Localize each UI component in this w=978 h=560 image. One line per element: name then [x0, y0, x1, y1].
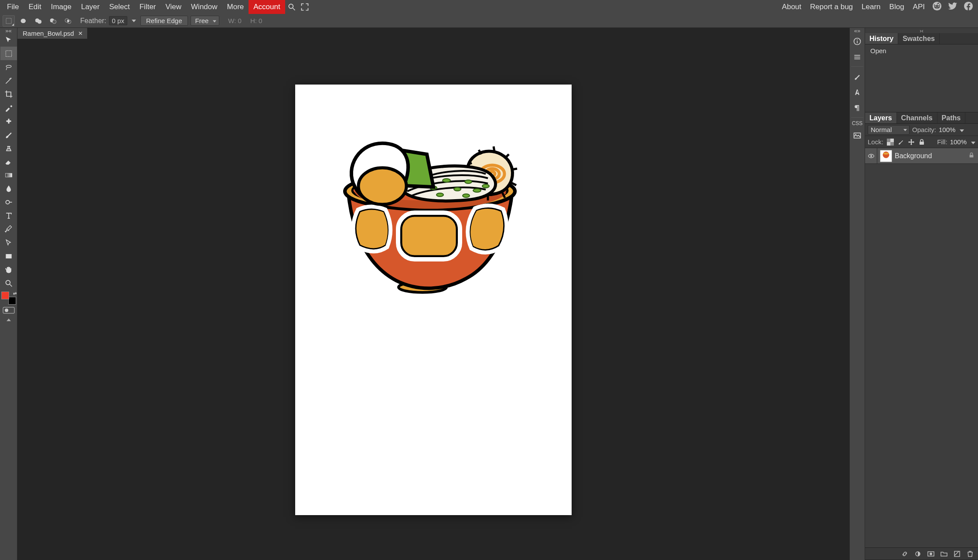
toolbox-collapse-handle[interactable]: »« [0, 28, 17, 33]
workspace[interactable] [17, 39, 849, 560]
add-mask-icon[interactable] [927, 550, 935, 558]
feather-caret-icon[interactable] [130, 16, 138, 26]
link-about[interactable]: About [779, 0, 804, 14]
path-select-tool[interactable] [0, 236, 17, 249]
brushes-panel-icon[interactable] [850, 69, 864, 84]
blend-mode-select[interactable]: Normal [868, 125, 910, 135]
refine-edge-button[interactable]: Refine Edge [140, 16, 188, 26]
paragraph-panel-icon[interactable] [850, 101, 864, 115]
fill-caret-icon[interactable] [969, 138, 975, 146]
facebook-icon[interactable] [962, 0, 975, 12]
menu-layer[interactable]: Layer [76, 0, 105, 14]
tab-layers[interactable]: Layers [865, 112, 897, 123]
layout-panel-icon[interactable] [850, 50, 864, 64]
eraser-tool[interactable] [0, 155, 17, 168]
lock-all-icon[interactable] [917, 138, 926, 146]
crop-tool[interactable] [0, 87, 17, 101]
hand-tool[interactable] [0, 263, 17, 276]
toolbox-expand-icon[interactable] [3, 317, 15, 323]
lock-transparency-icon[interactable] [886, 138, 895, 146]
rect-select-tool[interactable] [0, 47, 17, 60]
brush-tool[interactable] [0, 128, 17, 141]
menu-file[interactable]: File [2, 0, 24, 14]
tab-channels[interactable]: Channels [897, 112, 937, 123]
menu-edit[interactable]: Edit [24, 0, 46, 14]
lock-position-icon[interactable] [907, 138, 916, 146]
rightstrip-collapse-handle[interactable]: «» [850, 28, 865, 33]
magic-wand-tool[interactable] [0, 74, 17, 87]
menu-window[interactable]: Window [186, 0, 222, 14]
background-color[interactable] [8, 297, 16, 305]
eyedropper-tool[interactable] [0, 101, 17, 114]
fullscreen-icon[interactable] [298, 0, 311, 14]
right-panels: ›‹ History Swatches Open Layers Channels… [865, 28, 978, 560]
twitter-icon[interactable] [947, 0, 959, 12]
layer-row[interactable]: Background [865, 148, 978, 164]
close-tab-icon[interactable]: × [78, 30, 83, 37]
move-tool[interactable] [0, 33, 17, 47]
link-blog[interactable]: Blog [887, 0, 907, 14]
dodge-tool[interactable] [0, 195, 17, 209]
fill-value[interactable]: 100% [950, 138, 967, 146]
tab-history[interactable]: History [865, 33, 898, 44]
link-api[interactable]: API [910, 0, 927, 14]
opacity-caret-icon[interactable] [958, 126, 964, 133]
zoom-tool[interactable] [0, 276, 17, 290]
lock-icons-group [886, 138, 926, 146]
selection-new-icon[interactable] [17, 15, 30, 27]
search-icon[interactable] [285, 0, 298, 14]
pen-tool[interactable] [0, 222, 17, 236]
blur-tool[interactable] [0, 182, 17, 195]
opacity-value[interactable]: 100% [939, 126, 955, 133]
history-item[interactable]: Open [869, 46, 975, 55]
shape-tool[interactable] [0, 249, 17, 263]
feather-value[interactable]: 0 px [109, 16, 127, 25]
lasso-tool[interactable] [0, 60, 17, 74]
current-tool-indicator[interactable] [3, 15, 15, 27]
info-panel-icon[interactable] [850, 34, 864, 49]
layer-visibility-toggle[interactable] [865, 148, 877, 163]
link-learn[interactable]: Learn [859, 0, 883, 14]
thumbnail-panel-icon[interactable] [850, 128, 864, 143]
selection-add-icon[interactable] [32, 15, 44, 27]
quick-mask-toggle[interactable] [2, 306, 16, 314]
css-panel-button[interactable]: CSS [852, 119, 863, 127]
height-label: H: 0 [244, 17, 262, 24]
lock-pixels-icon[interactable] [896, 138, 905, 146]
link-layers-icon[interactable] [900, 550, 909, 558]
svg-point-36 [465, 180, 472, 183]
tool-options-bar: Feather: 0 px Refine Edge Free W: 0 H: 0 [0, 14, 978, 28]
character-panel-icon[interactable] [850, 85, 864, 100]
menu-view[interactable]: View [161, 0, 187, 14]
new-layer-icon[interactable] [953, 550, 961, 558]
tab-paths[interactable]: Paths [937, 112, 966, 123]
canvas[interactable] [295, 85, 572, 515]
color-swatches[interactable]: ⇄ [1, 292, 16, 305]
selection-mode-select[interactable]: Free [191, 16, 220, 26]
foreground-color[interactable] [1, 292, 9, 299]
layer-effects-icon[interactable] [913, 550, 922, 558]
menu-image[interactable]: Image [46, 0, 76, 14]
delete-layer-icon[interactable] [966, 550, 975, 558]
panels-dragbar-top[interactable]: ›‹ [865, 28, 978, 33]
swap-colors-icon[interactable]: ⇄ [13, 291, 17, 296]
type-tool[interactable] [0, 209, 17, 222]
menu-account[interactable]: Account [249, 0, 285, 14]
clone-stamp-tool[interactable] [0, 141, 17, 155]
document-tab[interactable]: Ramen_Bowl.psd × [17, 28, 87, 39]
healing-brush-tool[interactable] [0, 114, 17, 128]
tab-swatches[interactable]: Swatches [898, 33, 940, 44]
svg-point-4 [935, 6, 936, 7]
gradient-tool[interactable] [0, 168, 17, 182]
link-report[interactable]: Report a bug [808, 0, 855, 14]
selection-subtract-icon[interactable] [47, 15, 59, 27]
new-folder-icon[interactable] [940, 550, 948, 558]
svg-point-5 [938, 6, 939, 7]
layer-name[interactable]: Background [895, 152, 932, 160]
menu-filter[interactable]: Filter [135, 0, 161, 14]
reddit-icon[interactable] [931, 0, 943, 12]
layer-thumbnail[interactable] [880, 150, 892, 162]
menu-select[interactable]: Select [104, 0, 134, 14]
menu-more[interactable]: More [222, 0, 249, 14]
selection-intersect-icon[interactable] [62, 15, 74, 27]
